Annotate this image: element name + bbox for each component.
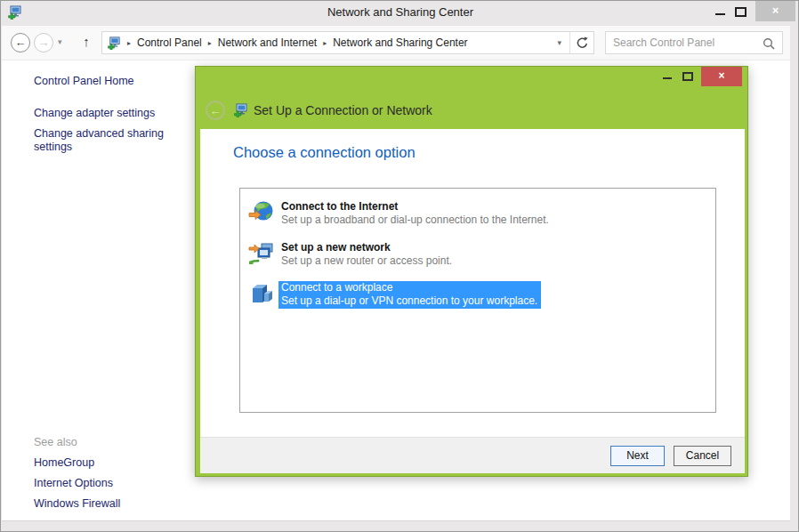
back-button[interactable]: ← (11, 33, 30, 52)
sidebar-item-change-advanced-sharing[interactable]: Change advanced sharing settings (34, 127, 176, 154)
setup-connection-dialog: × ← Set Up a Connection or Network Choos… (195, 66, 748, 477)
option-connect-to-internet[interactable]: Connect to the Internet Set up a broadba… (248, 199, 715, 227)
option-set-up-new-network[interactable]: Set up a new network Set up a new router… (248, 240, 715, 268)
address-network-icon (108, 36, 121, 50)
new-network-icon (248, 240, 275, 267)
connection-options-list: Connect to the Internet Set up a broadba… (239, 188, 716, 413)
close-button[interactable]: × (755, 1, 795, 21)
breadcrumb-separator-icon: ▸ (208, 39, 212, 47)
option-title: Set up a new network (281, 241, 452, 254)
breadcrumb-control-panel[interactable]: Control Panel (137, 36, 202, 49)
dialog-body: Choose a connection option (200, 129, 745, 473)
sidebar-item-windows-firewall[interactable]: Windows Firewall (34, 497, 120, 510)
window-titlebar: Network and Sharing Center × (1, 1, 799, 26)
option-title: Connect to a workplace (281, 281, 537, 294)
option-description: Set up a new router or access point. (281, 254, 452, 268)
maximize-button[interactable] (735, 7, 747, 17)
internet-globe-icon (248, 199, 275, 226)
search-box (605, 31, 783, 54)
dialog-network-icon (234, 103, 248, 120)
address-dropdown-icon[interactable]: ▾ (557, 38, 561, 47)
history-dropdown-icon[interactable]: ▾ (58, 37, 62, 46)
sidebar-item-control-panel-home[interactable]: Control Panel Home (34, 75, 134, 87)
dialog-back-button[interactable]: ← (206, 101, 225, 120)
dialog-title: Set Up a Connection or Network (254, 103, 432, 117)
search-icon[interactable] (763, 37, 775, 52)
breadcrumb-separator-icon: ▸ (127, 39, 131, 47)
up-button[interactable]: ↑ (77, 34, 95, 49)
forward-button[interactable]: → (34, 33, 53, 52)
option-connect-to-workplace[interactable]: Connect to a workplace Set up a dial-up … (248, 281, 715, 309)
dialog-close-button[interactable]: × (701, 67, 742, 86)
refresh-button[interactable] (569, 32, 593, 53)
breadcrumb-separator-icon: ▸ (323, 39, 327, 47)
navigation-toolbar: ← → ▾ ↑ ▸ Control Panel ▸ Network and In… (2, 26, 790, 60)
option-description: Set up a dial-up or VPN connection to yo… (281, 294, 537, 308)
sidebar-item-internet-options[interactable]: Internet Options (34, 477, 113, 489)
refresh-icon (576, 36, 589, 50)
sidebar-see-also-label: See also (34, 436, 77, 448)
option-title: Connect to the Internet (281, 200, 549, 214)
option-description: Set up a broadband or dial-up connection… (281, 214, 549, 227)
breadcrumb-network-and-sharing-center[interactable]: Network and Sharing Center (333, 36, 467, 49)
dialog-footer: Next Cancel (200, 437, 745, 473)
selected-option-highlight: Connect to a workplace Set up a dial-up … (278, 281, 541, 309)
next-button[interactable]: Next (610, 446, 665, 466)
network-sharing-center-window: Network and Sharing Center × ← → ▾ ↑ ▸ C… (0, 0, 799, 532)
minimize-button[interactable] (715, 13, 725, 15)
workplace-buildings-icon (248, 281, 275, 308)
search-input[interactable] (613, 33, 755, 52)
breadcrumb-network-and-internet[interactable]: Network and Internet (218, 36, 317, 49)
dialog-maximize-button[interactable] (682, 72, 693, 81)
sidebar-item-change-adapter-settings[interactable]: Change adapter settings (34, 107, 155, 119)
cancel-button[interactable]: Cancel (674, 446, 731, 466)
dialog-heading: Choose a connection option (233, 144, 416, 161)
sidebar-item-homegroup[interactable]: HomeGroup (34, 456, 94, 469)
dialog-minimize-button[interactable] (663, 77, 672, 79)
address-bar[interactable]: ▸ Control Panel ▸ Network and Internet ▸… (101, 31, 594, 54)
window-title: Network and Sharing Center (1, 1, 799, 26)
